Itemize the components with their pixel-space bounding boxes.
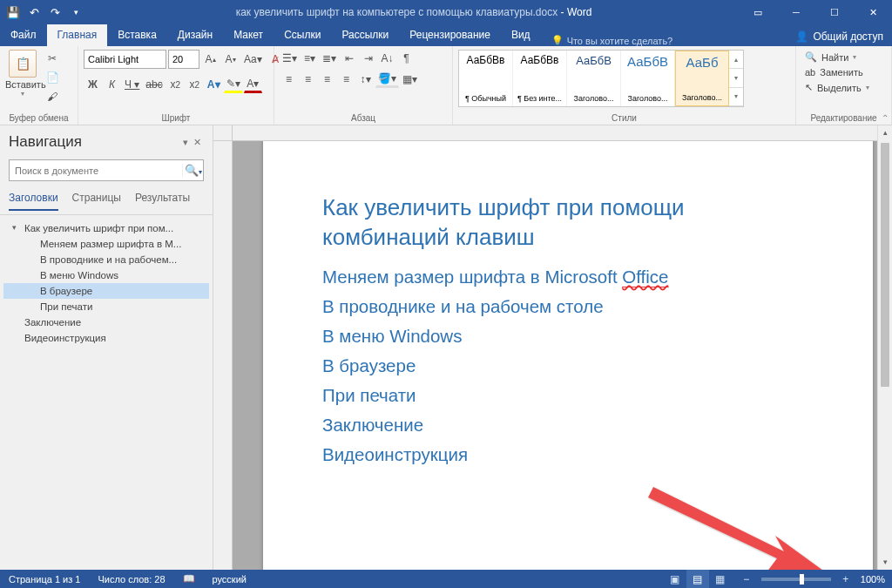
text-effects-icon[interactable]: A▾ xyxy=(205,76,223,93)
zoom-out-icon[interactable]: − xyxy=(735,570,758,588)
highlight-icon[interactable]: ✎▾ xyxy=(224,76,243,93)
nav-tab-headings[interactable]: Заголовки xyxy=(9,188,58,211)
nav-search[interactable]: 🔍▾ xyxy=(9,159,204,181)
status-proofing-icon[interactable]: 📖 xyxy=(174,573,204,585)
vertical-ruler[interactable] xyxy=(213,141,233,570)
close-icon[interactable]: ✕ xyxy=(854,0,892,24)
pilcrow-icon[interactable]: ¶ xyxy=(397,50,416,67)
select-button[interactable]: ↖Выделить ▾ xyxy=(801,80,873,95)
nav-heading-item[interactable]: Видеоинструкция xyxy=(3,330,209,346)
bullets-icon[interactable]: ☰▾ xyxy=(280,50,300,67)
decrease-indent-icon[interactable]: ⇤ xyxy=(340,50,358,67)
style-more-icon[interactable]: ▾ xyxy=(729,88,743,106)
nav-heading-item[interactable]: Заключение xyxy=(3,314,209,330)
collapse-ribbon-icon[interactable]: ⌃ xyxy=(882,113,889,123)
align-right-icon[interactable]: ≡ xyxy=(318,71,336,88)
zoom-slider[interactable] xyxy=(761,578,831,581)
styles-gallery[interactable]: АаБбВв¶ ОбычныйАаБбВв¶ Без инте...АаБбВЗ… xyxy=(458,50,744,107)
numbering-icon[interactable]: ≡▾ xyxy=(301,50,319,67)
document-canvas[interactable]: Как увеличить шрифт при помощикомбинаций… xyxy=(233,141,877,570)
ribbon-options-icon[interactable]: ▭ xyxy=(739,0,777,24)
chevron-down-icon[interactable]: ▾ xyxy=(12,223,17,232)
view-read-icon[interactable]: ▣ xyxy=(664,570,686,588)
shrink-font-icon[interactable]: A▾ xyxy=(221,51,240,68)
style-scroll-down-icon[interactable]: ▾ xyxy=(729,69,743,87)
increase-indent-icon[interactable]: ⇥ xyxy=(359,50,377,67)
qat-dropdown-icon[interactable]: ▾ xyxy=(66,3,85,22)
doc-heading-2[interactable]: В браузере xyxy=(322,355,821,376)
tab-layout[interactable]: Макет xyxy=(223,24,274,46)
italic-button[interactable]: К xyxy=(103,76,121,93)
tab-mailings[interactable]: Рассылки xyxy=(331,24,399,46)
scroll-down-icon[interactable]: ▾ xyxy=(878,555,892,570)
view-web-icon[interactable]: ▦ xyxy=(709,570,732,588)
bold-button[interactable]: Ж xyxy=(84,76,102,93)
nav-tab-pages[interactable]: Страницы xyxy=(72,188,121,211)
scroll-up-icon[interactable]: ▴ xyxy=(878,125,892,140)
style-item[interactable]: АаБбВв¶ Без инте... xyxy=(513,51,567,106)
tell-me-search[interactable]: 💡 Что вы хотите сделать? xyxy=(541,35,787,46)
tab-file[interactable]: Файл xyxy=(0,24,47,46)
doc-heading-2[interactable]: При печати xyxy=(322,385,821,406)
nav-heading-item[interactable]: ▾Как увеличить шрифт при пом... xyxy=(3,220,209,236)
tab-home[interactable]: Главная xyxy=(47,24,108,46)
search-icon[interactable]: 🔍▾ xyxy=(182,164,203,177)
status-words[interactable]: Число слов: 28 xyxy=(89,574,173,585)
nav-heading-item[interactable]: При печати xyxy=(3,299,209,314)
zoom-in-icon[interactable]: + xyxy=(835,570,857,588)
strike-button[interactable]: abc xyxy=(143,76,165,93)
shading-icon[interactable]: 🪣▾ xyxy=(375,71,399,88)
zoom-percent[interactable]: 100% xyxy=(861,574,885,585)
cut-icon[interactable]: ✂ xyxy=(44,50,61,67)
font-name-input[interactable] xyxy=(84,50,166,69)
doc-heading-2[interactable]: Заключение xyxy=(322,415,821,436)
nav-heading-item[interactable]: В браузере xyxy=(3,283,209,299)
status-page[interactable]: Страница 1 из 1 xyxy=(0,574,89,585)
change-case-icon[interactable]: Aa▾ xyxy=(241,51,265,68)
borders-icon[interactable]: ▦▾ xyxy=(400,71,420,88)
page[interactable]: Как увеличить шрифт при помощикомбинаций… xyxy=(263,141,873,570)
copy-icon[interactable]: 📄 xyxy=(44,69,61,86)
align-left-icon[interactable]: ≡ xyxy=(280,71,298,88)
scroll-thumb[interactable] xyxy=(881,143,889,387)
maximize-icon[interactable]: ☐ xyxy=(815,0,854,24)
style-item[interactable]: АаБбВЗаголово... xyxy=(621,51,675,106)
paste-button[interactable]: 📋 Вставить ▾ xyxy=(5,50,40,98)
minimize-icon[interactable]: ─ xyxy=(777,0,815,24)
style-item[interactable]: АаБбВв¶ Обычный xyxy=(459,51,513,106)
doc-heading-2[interactable]: В проводнике и на рабочем столе xyxy=(322,296,821,317)
doc-heading-2[interactable]: Меняем размер шрифта в Microsoft Office xyxy=(322,267,821,287)
tab-insert[interactable]: Вставка xyxy=(107,24,167,46)
replace-button[interactable]: abЗаменить xyxy=(801,65,867,79)
line-spacing-icon[interactable]: ↕▾ xyxy=(356,71,375,88)
multilevel-icon[interactable]: ≣▾ xyxy=(320,50,339,67)
tab-view[interactable]: Вид xyxy=(501,24,541,46)
nav-heading-item[interactable]: В проводнике и на рабочем... xyxy=(3,252,209,267)
style-scroll-up-icon[interactable]: ▴ xyxy=(729,51,743,69)
sort-icon[interactable]: A↓ xyxy=(378,50,396,67)
subscript-icon[interactable]: x2 xyxy=(166,76,185,93)
justify-icon[interactable]: ≡ xyxy=(337,71,355,88)
nav-menu-icon[interactable]: ▾ xyxy=(180,137,191,148)
view-print-icon[interactable]: ▤ xyxy=(686,570,709,588)
style-item[interactable]: АаБбВЗаголово... xyxy=(567,51,621,106)
nav-tab-results[interactable]: Результаты xyxy=(135,188,190,211)
find-button[interactable]: 🔍Найти ▾ xyxy=(801,50,860,64)
undo-icon[interactable]: ↶ xyxy=(24,3,44,22)
status-language[interactable]: русский xyxy=(204,574,255,585)
tab-review[interactable]: Рецензирование xyxy=(399,24,501,46)
font-size-input[interactable] xyxy=(168,50,199,69)
nav-close-icon[interactable]: ✕ xyxy=(191,137,204,148)
align-center-icon[interactable]: ≡ xyxy=(299,71,317,88)
tab-design[interactable]: Дизайн xyxy=(167,24,223,46)
font-color-icon[interactable]: A▾ xyxy=(244,76,262,93)
share-button[interactable]: 👤 Общий доступ xyxy=(787,27,892,46)
redo-icon[interactable]: ↷ xyxy=(45,3,64,22)
doc-heading-1[interactable]: Как увеличить шрифт при помощикомбинаций… xyxy=(322,193,821,253)
grow-font-icon[interactable]: A▴ xyxy=(201,51,220,68)
doc-heading-2[interactable]: В меню Windows xyxy=(322,326,821,347)
save-icon[interactable]: 💾 xyxy=(3,3,23,22)
superscript-icon[interactable]: x2 xyxy=(186,76,204,93)
zoom-thumb[interactable] xyxy=(800,574,804,585)
style-item[interactable]: АаБбЗаголово... xyxy=(675,51,729,106)
